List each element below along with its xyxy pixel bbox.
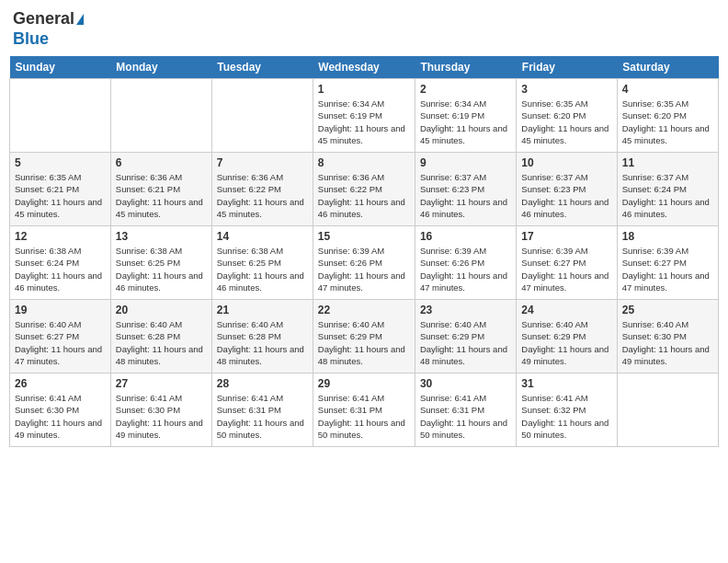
day-number: 13: [116, 230, 207, 243]
calendar-week-row: 26Sunrise: 6:41 AM Sunset: 6:30 PM Dayli…: [10, 373, 719, 447]
calendar-cell: 24Sunrise: 6:40 AM Sunset: 6:29 PM Dayli…: [517, 300, 617, 373]
day-info: Sunrise: 6:36 AM Sunset: 6:21 PM Dayligh…: [116, 171, 207, 220]
column-header-saturday: Saturday: [617, 56, 718, 79]
day-number: 26: [15, 377, 106, 390]
day-info: Sunrise: 6:38 AM Sunset: 6:25 PM Dayligh…: [116, 245, 207, 293]
calendar-cell: 28Sunrise: 6:41 AM Sunset: 6:31 PM Dayli…: [211, 373, 313, 447]
column-header-monday: Monday: [110, 56, 211, 79]
day-info: Sunrise: 6:39 AM Sunset: 6:27 PM Dayligh…: [521, 245, 611, 293]
day-number: 24: [521, 304, 611, 316]
calendar-cell: [211, 79, 313, 153]
day-info: Sunrise: 6:37 AM Sunset: 6:23 PM Dayligh…: [521, 171, 611, 220]
calendar-cell: 20Sunrise: 6:40 AM Sunset: 6:28 PM Dayli…: [110, 300, 211, 373]
calendar-header-row: SundayMondayTuesdayWednesdayThursdayFrid…: [10, 56, 719, 79]
day-number: 9: [420, 156, 511, 169]
day-info: Sunrise: 6:36 AM Sunset: 6:22 PM Dayligh…: [318, 171, 410, 220]
calendar-cell: 4Sunrise: 6:35 AM Sunset: 6:20 PM Daylig…: [617, 79, 718, 153]
calendar-cell: 16Sunrise: 6:39 AM Sunset: 6:26 PM Dayli…: [415, 226, 516, 300]
calendar-cell: 31Sunrise: 6:41 AM Sunset: 6:32 PM Dayli…: [517, 373, 617, 447]
day-number: 18: [622, 230, 713, 243]
calendar-cell: 1Sunrise: 6:34 AM Sunset: 6:19 PM Daylig…: [313, 79, 415, 153]
day-number: 16: [420, 230, 511, 243]
calendar-cell: 23Sunrise: 6:40 AM Sunset: 6:29 PM Dayli…: [415, 300, 516, 373]
day-info: Sunrise: 6:41 AM Sunset: 6:30 PM Dayligh…: [116, 392, 207, 441]
day-info: Sunrise: 6:39 AM Sunset: 6:26 PM Dayligh…: [420, 245, 511, 293]
day-info: Sunrise: 6:40 AM Sunset: 6:29 PM Dayligh…: [318, 318, 410, 367]
day-info: Sunrise: 6:36 AM Sunset: 6:22 PM Dayligh…: [217, 171, 308, 220]
day-info: Sunrise: 6:38 AM Sunset: 6:25 PM Dayligh…: [217, 245, 308, 293]
day-info: Sunrise: 6:40 AM Sunset: 6:28 PM Dayligh…: [116, 318, 207, 367]
day-info: Sunrise: 6:40 AM Sunset: 6:27 PM Dayligh…: [15, 318, 106, 367]
calendar-cell: 22Sunrise: 6:40 AM Sunset: 6:29 PM Dayli…: [313, 300, 415, 373]
day-info: Sunrise: 6:40 AM Sunset: 6:29 PM Dayligh…: [521, 318, 611, 367]
day-number: 30: [420, 377, 511, 390]
calendar-cell: 2Sunrise: 6:34 AM Sunset: 6:19 PM Daylig…: [415, 79, 516, 153]
column-header-thursday: Thursday: [415, 56, 516, 79]
day-info: Sunrise: 6:35 AM Sunset: 6:20 PM Dayligh…: [622, 98, 713, 146]
day-info: Sunrise: 6:37 AM Sunset: 6:24 PM Dayligh…: [622, 171, 713, 220]
day-number: 23: [420, 304, 511, 316]
day-info: Sunrise: 6:35 AM Sunset: 6:21 PM Dayligh…: [15, 171, 106, 220]
day-number: 6: [116, 156, 207, 169]
calendar-cell: 5Sunrise: 6:35 AM Sunset: 6:21 PM Daylig…: [10, 153, 111, 226]
day-info: Sunrise: 6:40 AM Sunset: 6:28 PM Dayligh…: [217, 318, 308, 367]
day-number: 15: [318, 230, 410, 243]
day-number: 29: [318, 377, 410, 390]
day-info: Sunrise: 6:39 AM Sunset: 6:26 PM Dayligh…: [318, 245, 410, 293]
calendar-cell: 11Sunrise: 6:37 AM Sunset: 6:24 PM Dayli…: [617, 153, 718, 226]
page-header: General Blue: [9, 9, 719, 49]
logo: General Blue: [13, 9, 84, 49]
day-number: 27: [116, 377, 207, 390]
day-number: 12: [15, 230, 106, 243]
day-info: Sunrise: 6:34 AM Sunset: 6:19 PM Dayligh…: [318, 98, 410, 146]
day-number: 11: [622, 156, 713, 169]
calendar-cell: 13Sunrise: 6:38 AM Sunset: 6:25 PM Dayli…: [110, 226, 211, 300]
day-number: 4: [622, 83, 713, 96]
calendar-cell: 17Sunrise: 6:39 AM Sunset: 6:27 PM Dayli…: [517, 226, 617, 300]
day-number: 25: [622, 304, 713, 316]
day-info: Sunrise: 6:34 AM Sunset: 6:19 PM Dayligh…: [420, 98, 511, 146]
calendar-week-row: 1Sunrise: 6:34 AM Sunset: 6:19 PM Daylig…: [10, 79, 719, 153]
day-number: 8: [318, 156, 410, 169]
calendar-cell: 26Sunrise: 6:41 AM Sunset: 6:30 PM Dayli…: [10, 373, 111, 447]
day-number: 21: [217, 304, 308, 316]
day-number: 31: [521, 377, 611, 390]
day-info: Sunrise: 6:37 AM Sunset: 6:23 PM Dayligh…: [420, 171, 511, 220]
calendar-cell: 29Sunrise: 6:41 AM Sunset: 6:31 PM Dayli…: [313, 373, 415, 447]
calendar-cell: [617, 373, 718, 447]
calendar-week-row: 12Sunrise: 6:38 AM Sunset: 6:24 PM Dayli…: [10, 226, 719, 300]
day-number: 2: [420, 83, 511, 96]
day-info: Sunrise: 6:38 AM Sunset: 6:24 PM Dayligh…: [15, 245, 106, 293]
calendar-cell: [10, 79, 111, 153]
calendar-cell: 30Sunrise: 6:41 AM Sunset: 6:31 PM Dayli…: [415, 373, 516, 447]
day-number: 7: [217, 156, 308, 169]
day-info: Sunrise: 6:41 AM Sunset: 6:30 PM Dayligh…: [15, 392, 106, 441]
column-header-wednesday: Wednesday: [313, 56, 415, 79]
logo-blue: Blue: [13, 29, 49, 50]
calendar-cell: 21Sunrise: 6:40 AM Sunset: 6:28 PM Dayli…: [211, 300, 313, 373]
calendar-cell: 12Sunrise: 6:38 AM Sunset: 6:24 PM Dayli…: [10, 226, 111, 300]
day-info: Sunrise: 6:41 AM Sunset: 6:31 PM Dayligh…: [318, 392, 410, 441]
column-header-tuesday: Tuesday: [211, 56, 313, 79]
calendar-week-row: 5Sunrise: 6:35 AM Sunset: 6:21 PM Daylig…: [10, 153, 719, 226]
calendar-table: SundayMondayTuesdayWednesdayThursdayFrid…: [9, 56, 719, 447]
calendar-cell: [110, 79, 211, 153]
day-info: Sunrise: 6:39 AM Sunset: 6:27 PM Dayligh…: [622, 245, 713, 293]
day-info: Sunrise: 6:41 AM Sunset: 6:31 PM Dayligh…: [217, 392, 308, 441]
calendar-cell: 19Sunrise: 6:40 AM Sunset: 6:27 PM Dayli…: [10, 300, 111, 373]
day-number: 10: [521, 156, 611, 169]
day-info: Sunrise: 6:35 AM Sunset: 6:20 PM Dayligh…: [521, 98, 611, 146]
day-number: 5: [15, 156, 106, 169]
calendar-cell: 9Sunrise: 6:37 AM Sunset: 6:23 PM Daylig…: [415, 153, 516, 226]
calendar-cell: 8Sunrise: 6:36 AM Sunset: 6:22 PM Daylig…: [313, 153, 415, 226]
day-info: Sunrise: 6:41 AM Sunset: 6:31 PM Dayligh…: [420, 392, 511, 441]
calendar-week-row: 19Sunrise: 6:40 AM Sunset: 6:27 PM Dayli…: [10, 300, 719, 373]
calendar-cell: 25Sunrise: 6:40 AM Sunset: 6:30 PM Dayli…: [617, 300, 718, 373]
day-number: 14: [217, 230, 308, 243]
calendar-cell: 14Sunrise: 6:38 AM Sunset: 6:25 PM Dayli…: [211, 226, 313, 300]
calendar-cell: 15Sunrise: 6:39 AM Sunset: 6:26 PM Dayli…: [313, 226, 415, 300]
calendar-cell: 18Sunrise: 6:39 AM Sunset: 6:27 PM Dayli…: [617, 226, 718, 300]
day-number: 28: [217, 377, 308, 390]
calendar-cell: 3Sunrise: 6:35 AM Sunset: 6:20 PM Daylig…: [517, 79, 617, 153]
calendar-cell: 27Sunrise: 6:41 AM Sunset: 6:30 PM Dayli…: [110, 373, 211, 447]
